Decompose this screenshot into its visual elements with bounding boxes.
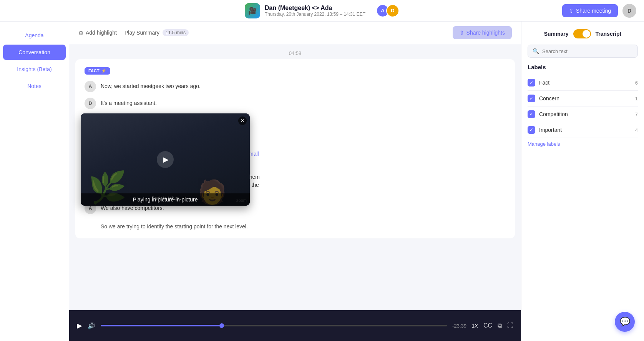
main-content: ⊕ Add highlight Play Summary 11.5 mins ⇧…	[69, 22, 521, 341]
summary-toggle-switch[interactable]	[573, 29, 591, 38]
toolbar: ⊕ Add highlight Play Summary 11.5 mins ⇧…	[69, 22, 521, 44]
progress-dot	[219, 323, 224, 328]
toggle-knob	[583, 30, 590, 38]
share-icon: ⇧	[569, 8, 574, 14]
pip-play-button[interactable]: ▶	[157, 151, 174, 168]
sidebar-item-agenda[interactable]: Agenda	[3, 28, 66, 43]
app-logo: 🎥	[245, 3, 260, 18]
search-box: 🔍	[528, 45, 638, 58]
manage-labels-link[interactable]: Manage labels	[528, 141, 638, 147]
play-icon: ▶	[163, 155, 169, 164]
fullscreen-button[interactable]: ⛶	[507, 322, 513, 329]
progress-bar-container	[101, 325, 447, 326]
summary-label: Summary	[544, 31, 569, 37]
pip-close-button[interactable]: ✕	[238, 116, 247, 125]
message-row: D It's a meeting assistant.	[85, 98, 506, 109]
label-row-competition[interactable]: ✓ Competition 7	[528, 106, 638, 122]
speaker-avatar-d: D	[85, 98, 96, 109]
label-name-important: Important	[539, 127, 631, 133]
share-meeting-button[interactable]: ⇧ Share meeting	[562, 4, 618, 17]
label-row-fact[interactable]: ✓ Fact 6	[528, 75, 638, 91]
transcript-label: Transcript	[596, 31, 622, 37]
header-title-block: Dan (Meetgeek) <> Ada Thursday, 20th Jan…	[265, 5, 365, 17]
progress-fill	[101, 325, 222, 326]
fact-icon: ⚡	[101, 68, 106, 73]
meeting-subtitle: Thursday, 20th January 2022, 13:59 – 14:…	[265, 12, 365, 17]
sidebar-item-insights[interactable]: Insights (Beta)	[3, 62, 66, 77]
fact-badge: FACT ⚡	[85, 67, 110, 75]
label-checkbox-fact: ✓	[528, 79, 535, 86]
label-count-fact: 6	[635, 80, 638, 86]
label-name-fact: Fact	[539, 80, 631, 86]
search-input[interactable]	[542, 48, 633, 54]
header-center: 🎥 Dan (Meetgeek) <> Ada Thursday, 20th J…	[245, 3, 399, 18]
participant-avatars: A D	[376, 4, 399, 17]
label-row-concern[interactable]: ✓ Concern 1	[528, 91, 638, 106]
add-highlight-button[interactable]: ⊕ Add highlight	[78, 29, 117, 37]
right-panel: Summary Transcript 🔍 Labels ✓ Fact 6 ✓ C…	[521, 22, 644, 341]
share-highlights-button[interactable]: ⇧ Share highlights	[453, 26, 512, 39]
play-summary-button[interactable]: Play Summary 11.5 mins	[124, 29, 189, 36]
user-avatar[interactable]: D	[622, 4, 636, 18]
label-count-important: 4	[635, 127, 638, 133]
labels-section: Labels ✓ Fact 6 ✓ Concern 1 ✓ Competitio…	[528, 64, 638, 147]
timestamp-divider: 04:58	[69, 44, 521, 59]
layout-button[interactable]: ⧉	[498, 322, 502, 329]
progress-bar[interactable]	[101, 325, 447, 326]
pip-video-container: ✕ 🌿 🧑 ▶ Back to tab ⧉ zoom Playing in pi…	[81, 113, 250, 206]
plus-circle-icon: ⊕	[78, 29, 83, 37]
duration-badge: 11.5 mins	[163, 29, 189, 36]
label-count-competition: 7	[635, 111, 638, 117]
labels-title: Labels	[528, 64, 638, 70]
volume-icon: 🔊	[88, 322, 95, 329]
captions-button[interactable]: CC	[483, 322, 492, 329]
main-layout: Agenda Conversation Insights (Beta) Note…	[0, 22, 644, 341]
video-player: ▶ 🔊 -23:39 1X CC ⧉ ⛶	[69, 310, 521, 341]
label-name-concern: Concern	[539, 95, 631, 101]
message-row: A Now, we started meetgeek two years ago…	[85, 81, 506, 92]
speaker-avatar-a: A	[85, 81, 96, 92]
label-row-important[interactable]: ✓ Important 4	[528, 122, 638, 138]
header-right: ⇧ Share meeting D	[562, 4, 636, 18]
message-text: It's a meeting assistant.	[101, 98, 157, 107]
search-icon: 🔍	[533, 48, 539, 54]
player-play-button[interactable]: ▶	[77, 321, 82, 330]
conversation-area: 04:58 FACT ⚡ A Now, we started meetgeek …	[69, 44, 521, 310]
chat-icon: 💬	[620, 317, 630, 327]
chat-bubble-button[interactable]: 💬	[615, 312, 635, 332]
summary-transcript-toggle: Summary Transcript	[528, 29, 638, 38]
share-highlights-icon: ⇧	[460, 30, 464, 36]
label-name-competition: Competition	[539, 111, 631, 117]
player-speed-button[interactable]: 1X	[472, 323, 478, 329]
standalone-message: So we are trying to identify the startin…	[85, 220, 506, 231]
label-checkbox-important: ✓	[528, 126, 535, 134]
pip-overlay-text: Playing in picture-in-picture	[81, 193, 250, 206]
label-checkbox-competition: ✓	[528, 110, 535, 118]
pip-video-background: 🌿 🧑 ▶ Back to tab ⧉ zoom Playing in pict…	[81, 113, 250, 206]
header: 🎥 Dan (Meetgeek) <> Ada Thursday, 20th J…	[0, 0, 644, 22]
sidebar-item-conversation[interactable]: Conversation	[3, 45, 66, 60]
label-count-concern: 1	[635, 96, 638, 101]
sidebar: Agenda Conversation Insights (Beta) Note…	[0, 22, 69, 341]
avatar-d: D	[386, 4, 399, 17]
message-text: Now, we started meetgeek two years ago.	[101, 81, 201, 90]
sidebar-item-notes[interactable]: Notes	[3, 78, 66, 94]
player-time-remaining: -23:39	[452, 323, 466, 329]
label-checkbox-concern: ✓	[528, 95, 535, 102]
meeting-title: Dan (Meetgeek) <> Ada	[265, 5, 365, 12]
